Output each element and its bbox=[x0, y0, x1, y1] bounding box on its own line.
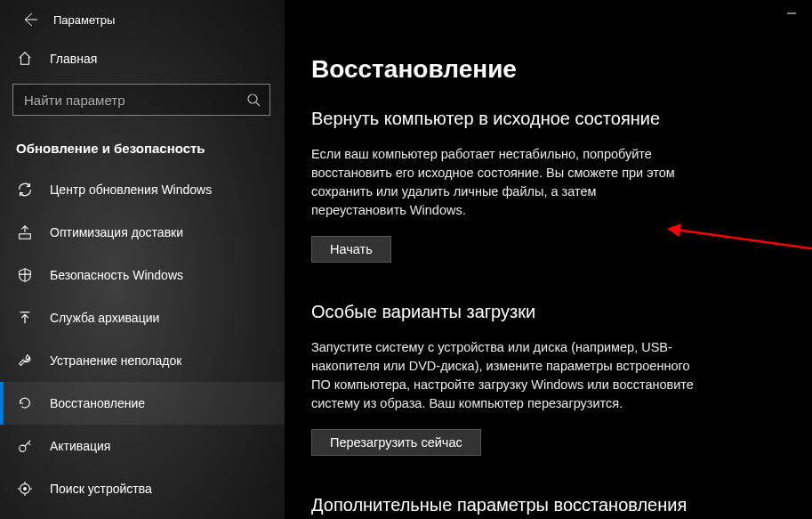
sidebar-item-find-device[interactable]: Поиск устройства bbox=[0, 467, 285, 510]
location-icon bbox=[16, 480, 34, 498]
svg-rect-1 bbox=[20, 234, 31, 239]
search-input[interactable] bbox=[24, 93, 246, 108]
home-icon bbox=[16, 50, 34, 68]
sidebar: Параметры Главная Обновление и безопасно… bbox=[0, 0, 285, 519]
titlebar-controls bbox=[771, 0, 812, 27]
delivery-icon bbox=[16, 223, 34, 241]
svg-point-2 bbox=[20, 445, 26, 451]
sidebar-item-label: Устранение неполадок bbox=[50, 353, 181, 368]
page-title: Восстановление bbox=[311, 0, 812, 109]
svg-point-0 bbox=[248, 94, 257, 103]
search-box[interactable] bbox=[12, 84, 270, 116]
advanced-description: Запустите систему с устройства или диска… bbox=[311, 338, 694, 413]
sidebar-item-recovery[interactable]: Восстановление bbox=[0, 382, 285, 425]
wrench-icon bbox=[16, 352, 34, 369]
sidebar-home[interactable]: Главная bbox=[0, 39, 285, 78]
sidebar-item-label: Центр обновления Windows bbox=[50, 182, 212, 197]
backup-icon bbox=[16, 309, 34, 327]
sidebar-item-windows-update[interactable]: Центр обновления Windows bbox=[0, 168, 285, 211]
sidebar-section-heading: Обновление и безопасность bbox=[0, 123, 285, 168]
reset-section: Вернуть компьютер в исходное состояние Е… bbox=[311, 109, 812, 263]
sync-icon bbox=[16, 181, 34, 199]
reset-start-button[interactable]: Начать bbox=[311, 236, 391, 263]
sidebar-item-activation[interactable]: Активация bbox=[0, 425, 285, 467]
restart-now-button[interactable]: Перезагрузить сейчас bbox=[311, 429, 481, 456]
sidebar-item-windows-security[interactable]: Безопасность Windows bbox=[0, 254, 285, 296]
recovery-icon bbox=[16, 394, 34, 412]
sidebar-item-label: Служба архивации bbox=[50, 311, 159, 325]
sidebar-item-label: Безопасность Windows bbox=[50, 268, 183, 282]
sidebar-nav: Центр обновления Windows Оптимизация дос… bbox=[0, 168, 285, 510]
sidebar-item-backup[interactable]: Служба архивации bbox=[0, 296, 285, 339]
sidebar-item-label: Восстановление bbox=[50, 396, 145, 410]
advanced-startup-section: Особые варианты загрузки Запустите систе… bbox=[311, 302, 812, 456]
search-icon bbox=[246, 93, 261, 107]
back-button[interactable] bbox=[18, 7, 43, 32]
sidebar-home-label: Главная bbox=[50, 52, 97, 66]
sidebar-item-label: Активация bbox=[50, 439, 110, 453]
main-content: Восстановление Вернуть компьютер в исход… bbox=[285, 0, 812, 519]
advanced-heading: Особые варианты загрузки bbox=[311, 302, 812, 322]
window-title: Параметры bbox=[53, 13, 115, 27]
sidebar-item-label: Оптимизация доставки bbox=[50, 225, 183, 239]
svg-point-4 bbox=[24, 488, 27, 491]
minimize-icon bbox=[787, 9, 796, 18]
minimize-button[interactable] bbox=[771, 0, 812, 27]
sidebar-header: Параметры bbox=[0, 0, 285, 39]
key-icon bbox=[16, 437, 34, 455]
sidebar-item-delivery-optimization[interactable]: Оптимизация доставки bbox=[0, 211, 285, 254]
reset-heading: Вернуть компьютер в исходное состояние bbox=[311, 109, 812, 129]
sidebar-item-label: Поиск устройства bbox=[50, 482, 152, 496]
arrow-left-icon bbox=[23, 12, 37, 27]
sidebar-item-troubleshoot[interactable]: Устранение неполадок bbox=[0, 339, 285, 382]
more-heading: Дополнительные параметры восстановления bbox=[311, 495, 812, 515]
reset-description: Если ваш компьютер работает нестабильно,… bbox=[311, 145, 694, 220]
shield-icon bbox=[16, 266, 34, 284]
more-recovery-section: Дополнительные параметры восстановления … bbox=[311, 495, 812, 519]
